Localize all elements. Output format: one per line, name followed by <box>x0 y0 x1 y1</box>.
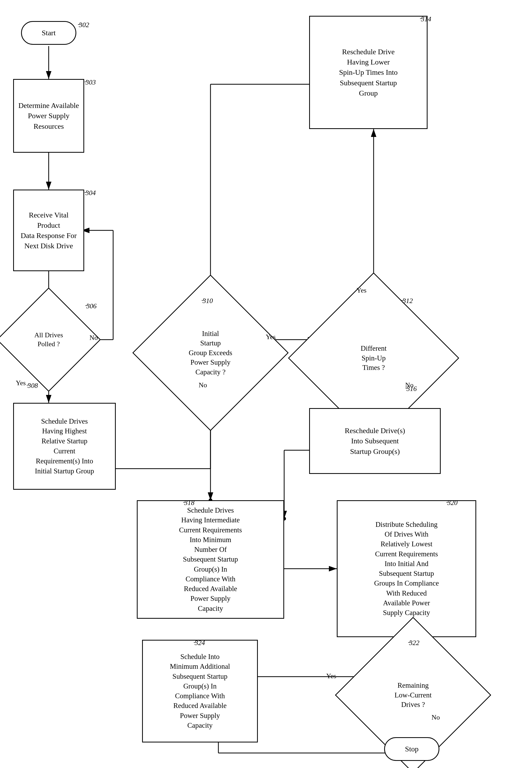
node-308: Schedule DrivesHaving HighestRelative St… <box>13 403 116 490</box>
label-310-yes: Yes <box>266 333 276 341</box>
node-308-label: Schedule DrivesHaving HighestRelative St… <box>32 414 97 479</box>
node-314-label: Reschedule DriveHaving LowerSpin-Up Time… <box>336 43 401 101</box>
node-314: Reschedule DriveHaving LowerSpin-Up Time… <box>309 16 428 129</box>
flowchart: Start 302 ⌟ Determine AvailablePower Sup… <box>0 0 532 768</box>
node-320-label: Distribute SchedulingOf Drives WithRelat… <box>371 517 442 621</box>
node-322-label: RemainingLow-CurrentDrives ? <box>395 681 432 709</box>
label-322-yes: Yes <box>326 672 336 680</box>
node-304-label: Receive Vital ProductData Response ForNe… <box>14 207 83 254</box>
node-316: Reschedule Drive(s)Into SubsequentStartu… <box>309 408 441 474</box>
node-303: Determine AvailablePower SupplyResources <box>13 79 84 153</box>
node-304: Receive Vital ProductData Response ForNe… <box>13 189 84 271</box>
label-322-no: No <box>431 714 440 721</box>
node-316-label: Reschedule Drive(s)Into SubsequentStartu… <box>342 422 408 460</box>
start-label: Start <box>42 28 56 38</box>
stop-node: Stop <box>384 737 439 761</box>
label-312-yes: Yes <box>357 286 367 294</box>
label-310-no: No <box>199 381 207 389</box>
node-318-label: Schedule DrivesHaving IntermediateCurren… <box>176 502 245 617</box>
label-306-no: No <box>89 334 98 342</box>
node-303-label: Determine AvailablePower SupplyResources <box>16 98 82 134</box>
node-310-label: InitialStartupGroup ExceedsPower SupplyC… <box>189 329 232 377</box>
start-node: Start <box>21 21 76 45</box>
node-320: Distribute SchedulingOf Drives WithRelat… <box>337 500 476 637</box>
node-324-label: Schedule IntoMinimum AdditionalSubsequen… <box>167 649 233 734</box>
node-312-label: DifferentSpin-UpTimes ? <box>361 343 387 372</box>
label-306-yes: Yes <box>16 379 26 387</box>
node-324: Schedule IntoMinimum AdditionalSubsequen… <box>142 640 258 742</box>
node-306-label: All DrivesPolled ? <box>34 331 63 348</box>
stop-label: Stop <box>405 744 418 754</box>
node-318: Schedule DrivesHaving IntermediateCurren… <box>137 500 284 619</box>
